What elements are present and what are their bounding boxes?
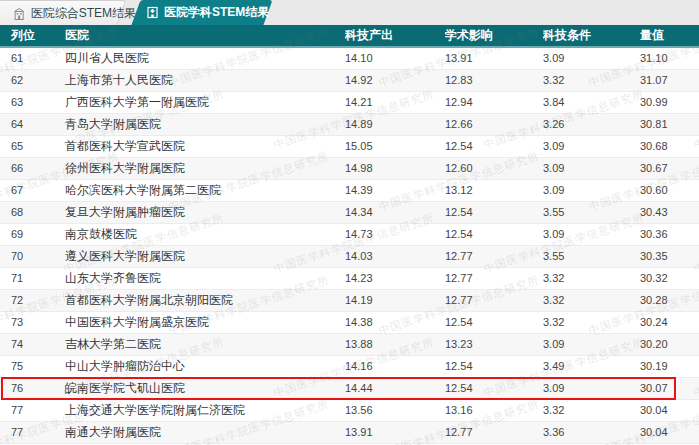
table-row[interactable]: 69南京鼓楼医院14.7312.543.0930.36 <box>0 223 699 245</box>
academic-impact-cell: 13.12 <box>445 179 543 201</box>
rank-cell: 77 <box>0 421 53 443</box>
sci-output-cell: 15.05 <box>345 135 445 157</box>
tab-hospital-comprehensive-stem[interactable]: 医院综合STEM结果 <box>0 0 127 25</box>
academic-impact-cell: 12.77 <box>445 245 543 267</box>
column-header-academic-impact: 学术影响 <box>445 25 543 47</box>
academic-impact-cell: 12.60 <box>445 157 543 179</box>
hospital-name-cell: 首都医科大学宣武医院 <box>53 135 345 157</box>
table-row[interactable]: 72首都医科大学附属北京朝阳医院14.1912.773.3230.28 <box>0 289 699 311</box>
column-header-hospital: 医院 <box>53 25 345 47</box>
table-row[interactable]: 66徐州医科大学附属医院14.9812.603.0930.67 <box>0 157 699 179</box>
table-row[interactable]: 71山东大学齐鲁医院14.2312.773.3230.32 <box>0 267 699 289</box>
sci-output-cell: 14.44 <box>345 377 445 399</box>
table-row[interactable]: 77南通大学附属医院13.9112.773.3630.04 <box>0 421 699 443</box>
sci-output-cell: 14.21 <box>345 91 445 113</box>
column-header-rank: 列位 <box>0 25 53 47</box>
table-row[interactable]: 76皖南医学院弋矶山医院14.4412.543.0930.07 <box>0 377 699 399</box>
total-value-cell: 30.24 <box>640 311 699 333</box>
academic-impact-cell: 12.77 <box>445 267 543 289</box>
table-row[interactable]: 68复旦大学附属肿瘤医院14.3412.543.5530.43 <box>0 201 699 223</box>
sci-output-cell: 13.88 <box>345 333 445 355</box>
total-value-cell: 30.04 <box>640 399 699 421</box>
sci-condition-cell: 3.32 <box>543 267 640 289</box>
hospital-name-cell: 徐州医科大学附属医院 <box>53 157 345 179</box>
hospital-cross-building-icon <box>146 6 159 19</box>
sci-condition-cell: 3.84 <box>543 91 640 113</box>
total-value-cell: 31.10 <box>640 47 699 69</box>
rank-cell: 76 <box>0 377 53 399</box>
total-value-cell: 30.20 <box>640 333 699 355</box>
rank-cell: 67 <box>0 179 53 201</box>
sci-output-cell: 14.03 <box>345 245 445 267</box>
sci-condition-cell: 3.49 <box>543 355 640 377</box>
total-value-cell: 30.81 <box>640 113 699 135</box>
sci-output-cell: 14.89 <box>345 113 445 135</box>
sci-output-cell: 14.92 <box>345 69 445 91</box>
sci-output-cell: 13.91 <box>345 421 445 443</box>
sci-output-cell: 14.16 <box>345 355 445 377</box>
tab-hospital-discipline-stem[interactable]: 医院学科STEM结果 <box>131 0 272 25</box>
sci-condition-cell: 3.09 <box>543 377 640 399</box>
academic-impact-cell: 12.54 <box>445 135 543 157</box>
hospital-name-cell: 南通大学附属医院 <box>53 421 345 443</box>
hospital-name-cell: 山东大学齐鲁医院 <box>53 267 345 289</box>
table-row[interactable]: 73中国医科大学附属盛京医院14.3812.543.3230.24 <box>0 311 699 333</box>
hospital-name-cell: 哈尔滨医科大学附属第二医院 <box>53 179 345 201</box>
sci-output-cell: 14.98 <box>345 157 445 179</box>
hospital-name-cell: 上海交通大学医学院附属仁济医院 <box>53 399 345 421</box>
table-row[interactable]: 61四川省人民医院14.1013.913.0931.10 <box>0 47 699 69</box>
table-row[interactable]: 62上海市第十人民医院14.9212.833.3231.07 <box>0 69 699 91</box>
table-row[interactable]: 77上海交通大学医学院附属仁济医院13.5613.163.3230.04 <box>0 399 699 421</box>
academic-impact-cell: 13.16 <box>445 399 543 421</box>
hospital-name-cell: 南京鼓楼医院 <box>53 223 345 245</box>
rank-cell: 66 <box>0 157 53 179</box>
total-value-cell: 30.36 <box>640 223 699 245</box>
hospital-name-cell: 吉林大学第二医院 <box>53 333 345 355</box>
rank-cell: 71 <box>0 267 53 289</box>
table-row[interactable]: 63广西医科大学第一附属医院14.2112.943.8430.99 <box>0 91 699 113</box>
total-value-cell: 30.35 <box>640 245 699 267</box>
sci-condition-cell: 3.09 <box>543 135 640 157</box>
hospital-name-cell: 中国医科大学附属盛京医院 <box>53 311 345 333</box>
academic-impact-cell: 12.94 <box>445 91 543 113</box>
hospital-name-cell: 首都医科大学附属北京朝阳医院 <box>53 289 345 311</box>
hospital-name-cell: 复旦大学附属肿瘤医院 <box>53 201 345 223</box>
total-value-cell: 30.60 <box>640 179 699 201</box>
rank-cell: 73 <box>0 311 53 333</box>
table-row[interactable]: 70遵义医科大学附属医院14.0312.773.5530.35 <box>0 245 699 267</box>
academic-impact-cell: 12.54 <box>445 377 543 399</box>
rank-cell: 65 <box>0 135 53 157</box>
rank-cell: 69 <box>0 223 53 245</box>
hospital-name-cell: 四川省人民医院 <box>53 47 345 69</box>
table-row[interactable]: 75中山大学肿瘤防治中心14.1612.543.4930.19 <box>0 355 699 377</box>
sci-output-cell: 14.34 <box>345 201 445 223</box>
sci-condition-cell: 3.32 <box>543 399 640 421</box>
sci-condition-cell: 3.32 <box>543 69 640 91</box>
hospital-name-cell: 中山大学肿瘤防治中心 <box>53 355 345 377</box>
tab-label: 医院综合STEM结果 <box>31 5 136 22</box>
sci-condition-cell: 3.09 <box>543 223 640 245</box>
sci-output-cell: 14.38 <box>345 311 445 333</box>
academic-impact-cell: 12.83 <box>445 69 543 91</box>
table-row[interactable]: 67哈尔滨医科大学附属第二医院14.3913.123.0930.60 <box>0 179 699 201</box>
sci-condition-cell: 3.09 <box>543 179 640 201</box>
rank-cell: 70 <box>0 245 53 267</box>
ranking-table: 列位 医院 科技产出 学术影响 科技条件 量值 61四川省人民医院14.1013… <box>0 25 699 444</box>
table-row[interactable]: 65首都医科大学宣武医院15.0512.543.0930.68 <box>0 135 699 157</box>
sci-condition-cell: 3.09 <box>543 333 640 355</box>
sci-condition-cell: 3.09 <box>543 47 640 69</box>
hospital-name-cell: 皖南医学院弋矶山医院 <box>53 377 345 399</box>
sci-condition-cell: 3.55 <box>543 245 640 267</box>
table-row[interactable]: 64青岛大学附属医院14.8912.663.2630.81 <box>0 113 699 135</box>
tab-bar: 医院综合STEM结果 医院学科STEM结果 <box>0 0 699 25</box>
academic-impact-cell: 12.66 <box>445 113 543 135</box>
academic-impact-cell: 12.54 <box>445 223 543 245</box>
total-value-cell: 31.07 <box>640 69 699 91</box>
rank-cell: 77 <box>0 399 53 421</box>
rank-cell: 68 <box>0 201 53 223</box>
sci-output-cell: 14.10 <box>345 47 445 69</box>
academic-impact-cell: 12.77 <box>445 421 543 443</box>
sci-output-cell: 14.23 <box>345 267 445 289</box>
table-row[interactable]: 74吉林大学第二医院13.8813.233.0930.20 <box>0 333 699 355</box>
total-value-cell: 30.19 <box>640 355 699 377</box>
